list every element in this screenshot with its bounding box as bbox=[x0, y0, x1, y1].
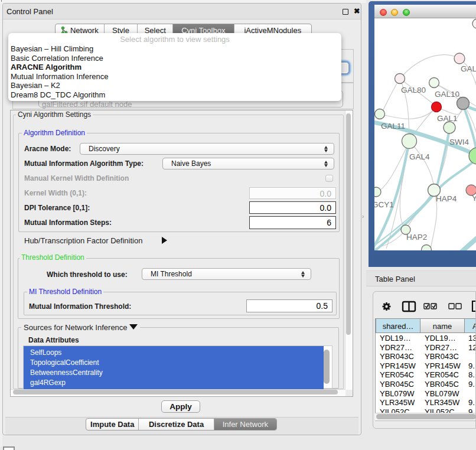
svg-text:HAP2: HAP2 bbox=[406, 233, 427, 242]
svg-text:HAP4: HAP4 bbox=[436, 194, 457, 203]
svg-text:GAL10: GAL10 bbox=[435, 90, 459, 99]
svg-text:GAL4: GAL4 bbox=[409, 152, 430, 161]
svg-text:GAL1: GAL1 bbox=[437, 114, 458, 123]
svg-text:Y: Y bbox=[472, 194, 476, 203]
svg-text:GAL80: GAL80 bbox=[401, 86, 426, 94]
svg-text:GCY1: GCY1 bbox=[374, 200, 394, 209]
svg-text:GAL2: GAL2 bbox=[461, 64, 476, 73]
svg-text:SWI4: SWI4 bbox=[449, 138, 469, 146]
svg-text:GAL11: GAL11 bbox=[381, 122, 405, 131]
